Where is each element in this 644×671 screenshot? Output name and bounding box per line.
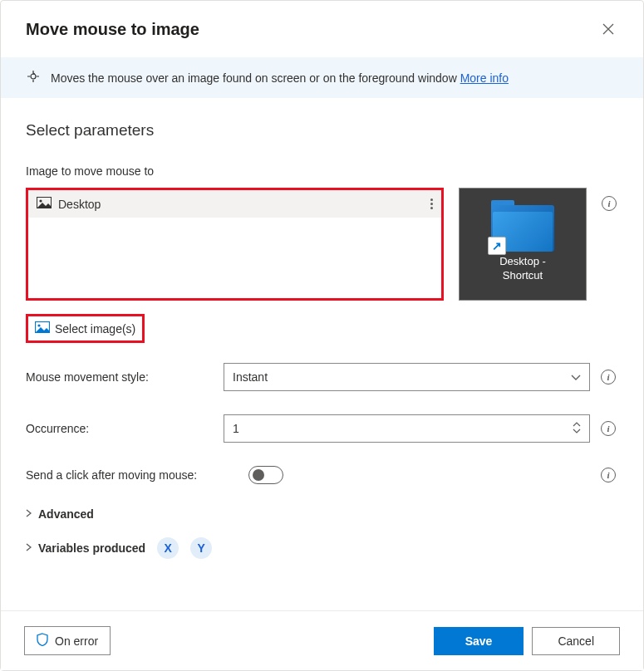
dialog: Move mouse to image Moves the mouse over…	[0, 0, 644, 671]
content-area: Select parameters Image to move mouse to…	[1, 98, 643, 610]
advanced-expander[interactable]: Advanced	[26, 507, 618, 521]
mouse-target-icon	[26, 69, 41, 86]
info-icon[interactable]: i	[602, 196, 617, 211]
preview-caption-line2: Shortcut	[503, 269, 543, 282]
spinner	[573, 422, 581, 435]
image-list-item[interactable]: Desktop	[28, 190, 441, 218]
occurrence-value: 1	[233, 422, 239, 435]
image-selection-row: Desktop ↗ Desktop -	[26, 188, 618, 301]
chevron-down-icon	[571, 370, 581, 384]
footer-actions: Save Cancel	[434, 627, 620, 655]
dialog-title: Move mouse to image	[26, 20, 199, 39]
chevron-right-icon	[26, 509, 32, 519]
close-icon	[602, 23, 614, 35]
image-icon	[37, 197, 52, 211]
mouse-style-row: Mouse movement style: Instant i	[26, 363, 618, 391]
image-item-menu-button[interactable]	[430, 198, 433, 209]
info-icon[interactable]: i	[601, 421, 616, 436]
image-item-content: Desktop	[37, 197, 101, 211]
send-click-toggle[interactable]	[248, 466, 283, 484]
info-icon[interactable]: i	[601, 468, 616, 482]
occurrence-label: Occurrence:	[26, 422, 215, 435]
variables-label: Variables produced	[38, 541, 145, 555]
more-info-link[interactable]: More info	[460, 71, 509, 85]
spinner-up[interactable]	[573, 422, 581, 429]
svg-point-2	[39, 199, 42, 202]
image-icon	[35, 321, 50, 336]
image-list[interactable]: Desktop	[26, 188, 444, 301]
image-field-label: Image to move mouse to	[26, 164, 618, 178]
variables-expander[interactable]: Variables produced X Y	[26, 537, 618, 559]
folder-icon: ↗	[491, 205, 554, 252]
toggle-knob	[253, 469, 264, 481]
mouse-style-label: Mouse movement style:	[26, 370, 215, 384]
dialog-header: Move mouse to image	[1, 1, 643, 47]
section-title: Select parameters	[26, 121, 618, 140]
folder-preview: ↗ Desktop - Shortcut	[466, 205, 579, 283]
info-icon[interactable]: i	[601, 370, 616, 384]
preview-caption: Desktop - Shortcut	[499, 255, 546, 283]
save-button[interactable]: Save	[434, 627, 524, 655]
info-banner: Moves the mouse over an image found on s…	[1, 57, 643, 98]
cancel-button[interactable]: Cancel	[532, 627, 620, 655]
image-info-col: i	[602, 188, 618, 301]
dialog-footer: On error Save Cancel	[1, 610, 643, 670]
image-preview: ↗ Desktop - Shortcut	[459, 188, 587, 301]
select-images-label: Select image(s)	[55, 322, 135, 336]
chevron-right-icon	[26, 543, 32, 553]
advanced-label: Advanced	[38, 507, 94, 521]
on-error-button[interactable]: On error	[24, 626, 111, 655]
occurrence-input[interactable]: 1	[224, 414, 590, 443]
shortcut-arrow-icon: ↗	[488, 237, 506, 255]
on-error-label: On error	[55, 634, 98, 648]
mouse-style-value: Instant	[233, 370, 268, 384]
variable-x-pill[interactable]: X	[157, 537, 179, 559]
send-click-label: Send a click after moving mouse:	[26, 468, 240, 482]
variable-y-pill[interactable]: Y	[190, 537, 212, 559]
occurrence-row: Occurrence: 1 i	[26, 414, 618, 443]
send-click-row: Send a click after moving mouse: i	[26, 466, 618, 484]
svg-point-4	[37, 324, 40, 326]
mouse-style-select[interactable]: Instant	[224, 363, 590, 391]
info-banner-text: Moves the mouse over an image found on s…	[51, 71, 509, 85]
spinner-down[interactable]	[573, 429, 581, 435]
close-button[interactable]	[598, 19, 618, 39]
info-banner-message: Moves the mouse over an image found on s…	[51, 71, 460, 85]
image-item-name: Desktop	[58, 198, 101, 211]
shield-icon	[37, 633, 48, 649]
preview-caption-line1: Desktop -	[499, 255, 546, 267]
select-images-button[interactable]: Select image(s)	[26, 314, 145, 343]
